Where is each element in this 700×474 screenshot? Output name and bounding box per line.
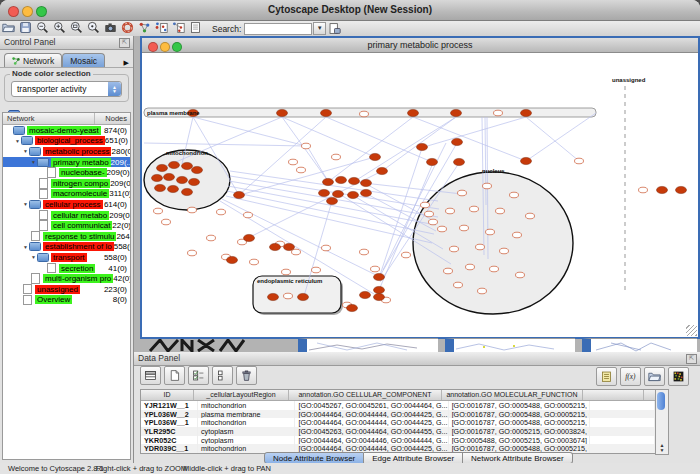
data-panel-header: Data Panel ⇱	[134, 352, 700, 366]
tree-column-network[interactable]: Network	[3, 113, 95, 124]
title-bar[interactable]: Cytoscape Desktop (New Session)	[0, 0, 700, 21]
tree-row-cellular-process[interactable]: ▼cellular process614(0)	[3, 199, 130, 210]
tree-row-nucleobase-[interactable]: ▼nucleobase-209(0)	[3, 167, 130, 178]
table-cell: YKR052C	[141, 436, 198, 445]
node-solid	[374, 293, 385, 300]
float-panel-icon[interactable]: ⇱	[686, 354, 697, 364]
open-folder-icon[interactable]	[0, 20, 17, 34]
table-row[interactable]: YJR121W__1mitochondrion[GO:0045267, GO:0…	[141, 401, 655, 410]
tree-row-transport[interactable]: ▼transport558(0)	[3, 252, 130, 263]
tree-row-response-to-stimulu[interactable]: ▼response to stimulu264(0)	[3, 231, 130, 242]
table-scrollbar-thumb[interactable]	[657, 392, 665, 410]
window-title: Cytoscape Desktop (New Session)	[0, 4, 700, 15]
layout-nodes-icon[interactable]	[153, 20, 170, 34]
node-solid	[360, 291, 371, 298]
network-graph[interactable]: plasma membranemitochondrionnucleusendop…	[142, 53, 694, 337]
column-header-4[interactable]: annotation.GO MOLECULAR_FUNCTION	[442, 390, 583, 400]
float-panel-icon[interactable]: ⇱	[119, 38, 130, 48]
dropdown-stepper-icon: ▲▼	[108, 82, 121, 96]
expand-triangle-icon[interactable]: ▼	[30, 254, 37, 260]
tree-row-establishment-of-lo[interactable]: ▼establishment of lo558(0)	[3, 242, 130, 253]
help-ring-icon[interactable]	[119, 20, 136, 34]
tree-row-multi-organism-pro[interactable]: ▼multi-organism pro42(0)	[3, 273, 130, 284]
table-row[interactable]: YKR052Ccytoplasm[GO:0044464, GO:0044446,…	[141, 436, 655, 445]
table-cell	[590, 418, 655, 427]
zoom-in-icon[interactable]	[51, 20, 68, 34]
tree-row-macromolecule[interactable]: ▼macromolecule311(0)	[3, 189, 130, 200]
table-scrollbar[interactable]: ▲▼	[655, 389, 669, 455]
tree-row-count: 614(0)	[104, 200, 130, 209]
select-attributes-icon[interactable]	[188, 366, 209, 385]
node-outlined	[513, 232, 522, 238]
network-view-title: primary metabolic process	[142, 40, 698, 50]
expand-triangle-icon[interactable]: ▼	[22, 148, 29, 154]
network-icon[interactable]	[136, 20, 153, 34]
tree-row-metabolic-process[interactable]: ▼metabolic process280(0)	[3, 146, 130, 157]
annotation-page-icon[interactable]	[187, 20, 204, 34]
tab-mosaic[interactable]: Mosaic	[62, 53, 105, 67]
expand-triangle-icon[interactable]: ▼	[22, 244, 29, 250]
tree-row-mosaic-demo-yeast[interactable]: ▼mosaic-demo-yeast874(0)	[3, 125, 130, 136]
tree-row-cell-communicat[interactable]: ▼cell communicat22(0)	[3, 220, 130, 231]
compartment-label: mitochondrion	[166, 150, 208, 156]
network-canvas[interactable]: plasma membranemitochondrionnucleusendop…	[142, 53, 698, 337]
column-header-3[interactable]: annotation.GO CELLULAR_COMPONENT	[289, 390, 442, 400]
open-folder-icon[interactable]	[644, 367, 665, 386]
zoom-out-icon[interactable]	[34, 20, 51, 34]
network-view-frame[interactable]: primary metabolic process plasma membran…	[140, 36, 700, 339]
tree-row-unassigned[interactable]: ▼unassigned223(0)	[3, 284, 130, 295]
zoom-fit-icon[interactable]	[68, 20, 85, 34]
expand-triangle-icon[interactable]: ▼	[30, 159, 37, 165]
tree-row-overview[interactable]: ▼Overview8(0)	[3, 295, 130, 306]
tree-row-biological-process[interactable]: ▼biological_process651(0)	[3, 136, 130, 147]
import-page-icon[interactable]	[326, 22, 343, 36]
node-outlined	[510, 192, 519, 198]
background-window-fragment	[298, 338, 438, 351]
zoom-selected-icon[interactable]	[85, 20, 102, 34]
table-cell: [GO:0044464, GO:0044446, GO:0044444, G..…	[295, 436, 448, 445]
save-icon[interactable]	[17, 20, 34, 34]
column-header-filler[interactable]	[583, 390, 644, 400]
file-icon	[31, 231, 40, 242]
node-color-dropdown[interactable]: transporter activity ▲▼	[11, 81, 122, 97]
tab-overflow-arrow[interactable]: ▶	[124, 59, 131, 67]
layout-edges-icon[interactable]	[170, 20, 187, 34]
network-view-titlebar[interactable]: primary metabolic process	[142, 38, 698, 53]
node-outlined	[470, 206, 479, 212]
trash-icon[interactable]	[236, 366, 257, 385]
table-row[interactable]: YLR295Ccytoplasm[GO:0045263, GO:0044464,…	[141, 427, 655, 436]
expand-triangle-icon[interactable]: ▼	[22, 201, 29, 207]
search-input[interactable]	[244, 23, 312, 35]
tree-row-secretion[interactable]: ▼secretion41(0)	[3, 263, 130, 274]
expand-triangle-icon[interactable]: ▼	[14, 138, 21, 144]
table-icon[interactable]	[140, 366, 161, 385]
heatmap-icon[interactable]	[668, 367, 689, 386]
node-outlined	[244, 212, 253, 218]
attribute-table[interactable]: ID_cellularLayoutRegionannotation.GO CEL…	[140, 389, 656, 454]
tree-row-cellular-metabo[interactable]: ▼cellular metabo209(0)	[3, 210, 130, 221]
unselect-attributes-icon[interactable]	[212, 366, 233, 385]
status-pan-hint: Middle-click + drag to PAN	[183, 464, 271, 473]
tree-row-primary-metabo[interactable]: ▼primary metabo209(...	[3, 157, 130, 168]
tree-column-nodes[interactable]: Nodes	[95, 113, 130, 124]
tree-row-nitrogen-compo[interactable]: ▼nitrogen compo209(0)	[3, 178, 130, 189]
column-header-2[interactable]: _cellularLayoutRegion	[194, 390, 289, 400]
camera-icon[interactable]	[102, 20, 119, 34]
table-scrollbar-arrows[interactable]: ▲▼	[656, 443, 668, 453]
search-dropdown-button[interactable]: ▼	[313, 22, 326, 35]
file-icon	[31, 273, 40, 284]
new-page-icon[interactable]	[164, 366, 185, 385]
node-outlined	[425, 211, 434, 217]
table-row[interactable]: YPL036W__2plasma membrane[GO:0044464, GO…	[141, 410, 655, 419]
compartment-label: plasma membrane	[147, 110, 200, 116]
node-color-selection-label: Node color selection	[10, 69, 93, 78]
function-icon[interactable]: f(x)	[620, 367, 641, 386]
table-row[interactable]: YPL036W__1mitochondrion[GO:0044464, GO:0…	[141, 418, 655, 427]
notepad-icon[interactable]	[596, 367, 617, 386]
column-header-1[interactable]: ID	[141, 390, 194, 400]
tree-row-label: Overview	[35, 295, 72, 304]
tab-network[interactable]: Network	[4, 53, 62, 67]
control-panel-header: Control Panel ⇱	[0, 36, 133, 50]
tree-row-count: 209(0)	[109, 211, 131, 220]
tree-row-count: 209(...	[111, 158, 131, 167]
